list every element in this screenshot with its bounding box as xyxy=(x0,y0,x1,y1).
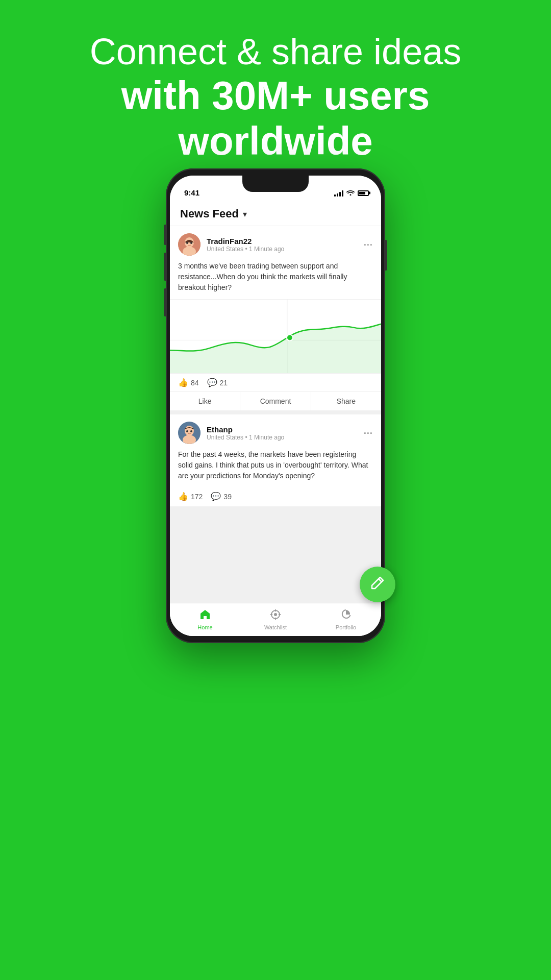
fab-compose-button[interactable] xyxy=(360,567,395,602)
more-options-icon-1[interactable]: ⋯ xyxy=(363,239,373,250)
feed-header[interactable]: News Feed ▾ xyxy=(170,201,381,226)
post-card-1: TradinFan22 United States • 1 Minute ago… xyxy=(170,226,381,410)
watchlist-icon xyxy=(270,609,281,623)
avatar-2[interactable] xyxy=(178,422,201,444)
likes-count-1: 84 xyxy=(191,379,199,387)
thumbs-up-icon-2: 👍 xyxy=(178,492,188,501)
user-meta-1: United States • 1 Minute ago xyxy=(207,246,284,253)
comments-count-1: 21 xyxy=(220,379,228,387)
phone-frame: 9:41 xyxy=(166,168,385,643)
user-meta-2: United States • 1 Minute ago xyxy=(207,434,284,441)
comments-stat-1: 💬 21 xyxy=(207,378,228,387)
home-icon xyxy=(199,609,211,623)
nav-portfolio-label: Portfolio xyxy=(336,624,356,630)
comments-stat-2: 💬 39 xyxy=(211,492,232,501)
battery-icon xyxy=(358,190,369,196)
nav-home[interactable]: Home xyxy=(170,609,240,630)
mute-button xyxy=(164,225,166,245)
svg-point-7 xyxy=(287,335,293,341)
user-details-2: Ethanp United States • 1 Minute ago xyxy=(207,425,284,441)
nav-portfolio[interactable]: Portfolio xyxy=(311,609,381,630)
pen-icon xyxy=(370,575,385,594)
hero-line1: Connect & share ideas xyxy=(41,31,510,73)
svg-point-3 xyxy=(186,242,188,244)
share-button-1[interactable]: Share xyxy=(311,392,381,410)
chevron-down-icon: ▾ xyxy=(243,209,247,219)
nav-watchlist[interactable]: Watchlist xyxy=(240,609,311,630)
likes-count-2: 172 xyxy=(191,493,203,501)
svg-point-4 xyxy=(190,242,192,244)
status-icons xyxy=(334,189,369,197)
signal-icon xyxy=(334,189,343,197)
posts-area: TradinFan22 United States • 1 Minute ago… xyxy=(170,226,381,603)
nav-home-label: Home xyxy=(197,624,212,630)
likes-stat-1: 👍 84 xyxy=(178,378,199,387)
comment-button-1[interactable]: Comment xyxy=(240,392,311,410)
user-details-1: TradinFan22 United States • 1 Minute ago xyxy=(207,237,284,253)
power-button xyxy=(385,240,387,271)
status-time: 9:41 xyxy=(184,188,199,197)
notch xyxy=(242,176,309,192)
comments-count-2: 39 xyxy=(223,493,232,501)
comment-icon-1: 💬 xyxy=(207,378,217,387)
thumbs-up-icon: 👍 xyxy=(178,378,188,387)
wifi-icon xyxy=(346,189,355,197)
avatar-1[interactable] xyxy=(178,233,201,256)
svg-point-11 xyxy=(186,430,188,432)
volume-down-button xyxy=(164,288,166,316)
feed-title: News Feed xyxy=(180,207,239,220)
post-actions-1: Like Comment Share xyxy=(170,391,381,410)
post-user-info-2: Ethanp United States • 1 Minute ago xyxy=(178,422,284,444)
volume-up-button xyxy=(164,253,166,281)
like-button-1[interactable]: Like xyxy=(170,392,240,410)
username-2: Ethanp xyxy=(207,425,284,434)
svg-point-12 xyxy=(190,430,192,432)
post-text-1: 3 months we've been trading between supp… xyxy=(170,261,381,299)
app-content: News Feed ▾ xyxy=(170,201,381,636)
comment-icon-2: 💬 xyxy=(211,492,221,501)
bottom-nav: Home Wat xyxy=(170,603,381,636)
post-header-2: Ethanp United States • 1 Minute ago ⋯ xyxy=(170,414,381,449)
post-user-info-1: TradinFan22 United States • 1 Minute ago xyxy=(178,233,284,256)
phone-screen: 9:41 xyxy=(170,176,381,636)
post-header-1: TradinFan22 United States • 1 Minute ago… xyxy=(170,226,381,261)
username-1: TradinFan22 xyxy=(207,237,284,246)
chart-area-1 xyxy=(170,299,381,373)
post-text-2: For the past 4 weeks, the markets have b… xyxy=(170,449,381,487)
svg-point-14 xyxy=(274,613,277,616)
post-stats-2: 👍 172 💬 39 xyxy=(170,487,381,506)
post-card-2: Ethanp United States • 1 Minute ago ⋯ Fo… xyxy=(170,414,381,506)
likes-stat-2: 👍 172 xyxy=(178,492,203,501)
more-options-icon-2[interactable]: ⋯ xyxy=(363,427,373,438)
hero-section: Connect & share ideas with 30M+ users wo… xyxy=(0,31,551,164)
hero-line2: with 30M+ users worldwide xyxy=(41,73,510,164)
post-stats-1: 👍 84 💬 21 xyxy=(170,373,381,391)
portfolio-icon xyxy=(340,609,352,623)
nav-watchlist-label: Watchlist xyxy=(264,624,287,630)
phone-mockup: 9:41 xyxy=(166,168,385,643)
